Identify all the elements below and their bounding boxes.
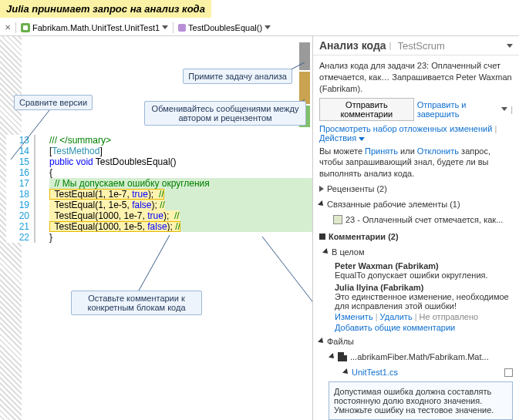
code-line[interactable]: TestEqual(1000, 1e-7, true); // <box>49 210 312 221</box>
reviewers-section[interactable]: Рецензенты (2) <box>319 183 513 195</box>
code-line[interactable]: /// </summary> <box>49 135 312 146</box>
line-number: 14 <box>6 146 34 156</box>
decline-link[interactable]: Отклонить <box>417 146 459 156</box>
collapse-icon <box>319 234 325 240</box>
folder-row[interactable]: ...abrikamFiber.Math/Fabrikam.Mat... <box>319 351 513 363</box>
code-line[interactable]: [TestMethod] <box>49 146 312 156</box>
comment-author: Peter Waxman (Fabrikam) <box>335 261 439 270</box>
work-item[interactable]: 23 - Оплаченный счет отмечается, как... <box>319 213 513 226</box>
code-line[interactable]: TestEqual(1, 1e-7, true); // <box>49 189 312 200</box>
panel-title: Анализ кода <box>319 39 386 52</box>
svg-line-3 <box>139 235 170 291</box>
chevron-down-icon[interactable] <box>162 25 168 29</box>
line-number: 20 <box>6 210 34 221</box>
code-line[interactable]: } <box>49 232 312 243</box>
comment-body: EqualTo допускает ошибки округления. <box>335 270 513 280</box>
callout-leave: Оставьте комментарии к конкретным блокам… <box>71 291 202 315</box>
csharp-file-icon <box>21 23 30 32</box>
line-number: 21 <box>6 221 34 232</box>
code-line[interactable]: { <box>49 167 312 178</box>
line-number: 18 <box>6 189 34 200</box>
method-icon <box>178 24 186 32</box>
checkbox[interactable] <box>504 368 513 377</box>
accept-link[interactable]: Принять <box>365 146 398 156</box>
send-comments-button[interactable]: Отправить комментарии <box>319 98 414 121</box>
file-row[interactable]: UnitTest1.cs <box>319 366 513 378</box>
callout-accept: Примите задачу анализа <box>183 69 292 84</box>
code-line[interactable]: TestEqual(1, 1e-5, false); // <box>49 200 312 210</box>
line-number: 22 <box>6 232 34 243</box>
overall-section[interactable]: В целом <box>319 246 513 258</box>
collapse-icon <box>322 248 330 256</box>
file-tab-label: Fabrikam.Math.UnitTest.UnitTest1 <box>32 23 160 32</box>
line-number: 17 <box>6 178 34 189</box>
collapse-icon <box>329 353 336 361</box>
edit-link[interactable]: Изменить <box>335 312 373 321</box>
tab-bar: ✕ Fabrikam.Math.UnitTest.UnitTest1 TestD… <box>0 19 519 36</box>
line-number: 19 <box>6 200 34 210</box>
comments-section[interactable]: Комментарии (2) <box>319 230 513 243</box>
chevron-down-icon[interactable] <box>501 107 507 111</box>
callout-compare: Сравните версии <box>14 95 93 110</box>
panel-subtitle: TestScrum <box>397 40 444 52</box>
code-line[interactable]: TestEqual(1000, 1e-5, false); // <box>49 221 312 232</box>
line-number: 13 <box>6 135 34 146</box>
comment-body: Это единственное изменение, необходимое … <box>335 292 513 311</box>
folder-icon <box>338 352 347 361</box>
method-tab[interactable]: TestDoublesEqual() <box>174 19 275 35</box>
workitem-icon <box>333 215 342 224</box>
chevron-down-icon[interactable] <box>507 44 513 48</box>
collapse-icon <box>318 338 325 345</box>
panel-description: Анализ кода для задачи 23: Оплаченный сч… <box>319 60 513 95</box>
files-section[interactable]: Файлы <box>319 335 513 348</box>
expand-icon <box>319 186 324 192</box>
svg-line-4 <box>262 237 312 406</box>
callout-exchange: Обменивайтесь сообщениями между автором … <box>144 101 306 126</box>
inline-comment-tooltip: Допустимая ошибка должна составлять пост… <box>329 381 513 420</box>
banner: Julia принимает запрос на анализ кода <box>0 0 211 18</box>
unsent-label: Не отправлено <box>420 312 479 321</box>
chevron-down-icon[interactable] <box>359 137 365 141</box>
close-icon[interactable]: ✕ <box>0 23 15 32</box>
collapse-icon <box>342 368 350 376</box>
code-line[interactable]: public void TestDoublesEqual() <box>49 156 312 167</box>
line-number: 15 <box>6 156 34 167</box>
view-shelved-link[interactable]: Просмотреть набор отложенных изменений <box>319 124 492 133</box>
file-tab[interactable]: Fabrikam.Math.UnitTest.UnitTest1 <box>16 19 173 35</box>
send-and-finish-link[interactable]: Отправить и завершить <box>417 100 498 119</box>
add-overall-comment-link[interactable]: Добавить общие комментарии <box>335 323 513 332</box>
code-line[interactable]: // Мы допускаем ошибку округления <box>49 178 312 189</box>
method-tab-label: TestDoublesEqual() <box>188 23 262 32</box>
related-items-section[interactable]: Связанные рабочие элементы (1) <box>319 198 513 210</box>
comment-author: Julia Ilyina (Fabrikam) <box>335 283 424 292</box>
actions-link[interactable]: Действия <box>319 133 356 143</box>
delete-link[interactable]: Удалить <box>380 312 413 321</box>
line-number: 16 <box>6 167 34 178</box>
code-editor[interactable]: Сравните версии Примите задачу анализа О… <box>0 36 312 420</box>
code-review-panel: Анализ кода | TestScrum Анализ кода для … <box>312 36 519 420</box>
chevron-down-icon[interactable] <box>265 25 271 29</box>
collapse-icon <box>318 200 325 208</box>
